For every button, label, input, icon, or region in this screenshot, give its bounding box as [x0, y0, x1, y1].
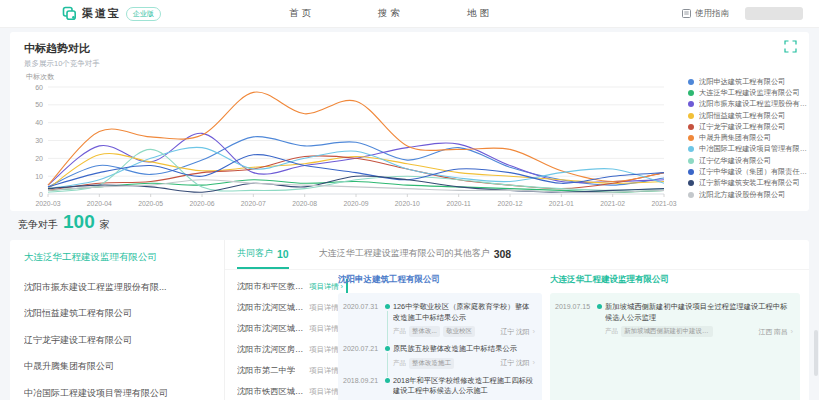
- shared-client-list: 沈阳市和平区教育局项目详情 ›沈阳市沈河区城市建设局项目详情 ›沈阳市沈河区城市…: [237, 276, 343, 400]
- svg-text:2021-03: 2021-03: [652, 200, 677, 207]
- svg-text:40: 40: [35, 119, 43, 126]
- svg-text:30: 30: [35, 137, 43, 144]
- legend-item[interactable]: 沈阳北方建设股份有限公司: [688, 189, 810, 200]
- legend-item[interactable]: 辽宁中华建设（集团）有限责任公...: [688, 166, 810, 177]
- more-icon[interactable]: ›: [791, 328, 794, 336]
- bid-date: 2020.07.21: [343, 344, 383, 369]
- legend-dot-icon: [688, 180, 694, 186]
- competitor-name: 中冶国际工程建设项目管理有限公司: [24, 387, 168, 400]
- svg-text:20: 20: [35, 155, 43, 162]
- trend-line-chart: 01020304050602020-032020-042020-052020-0…: [18, 82, 680, 210]
- legend-dot-icon: [688, 79, 694, 85]
- user-account-redacted[interactable]: [745, 7, 803, 20]
- product-tag: 新加坡城西侧新建初中建设项目全过...: [621, 326, 713, 337]
- panel-company-name[interactable]: 沈阳申达建筑工程有限公司: [338, 274, 542, 286]
- competitor-name: 中晟升腾集团有限公司: [24, 360, 114, 373]
- bid-location: 辽宁 沈阳: [500, 358, 529, 368]
- legend-label: 辽宁新华建筑安装工程有限公司: [699, 178, 800, 188]
- panel-company-name[interactable]: 大连泛华工程建设监理有限公司: [550, 274, 800, 286]
- timeline: [383, 376, 393, 400]
- guide-label: 使用指南: [695, 8, 729, 20]
- competitor-item-selected[interactable]: 大连泛华工程建设监理有限公司: [10, 240, 224, 274]
- company-bid-panel-left: 沈阳申达建筑工程有限公司 2020.07.31126中学敬业校区（原家庭教育学校…: [338, 274, 542, 400]
- client-row: 沈阳市沈河区城市管理局项目详情 ›: [237, 318, 343, 339]
- legend-dot-icon: [688, 192, 694, 198]
- legend-dot-icon: [688, 90, 694, 96]
- bid-content: 126中学敬业校区（原家庭教育学校）整体改造施工中标结果公示产品整体改...敬业…: [393, 302, 535, 337]
- nav-item-map[interactable]: 地图: [467, 7, 492, 20]
- competitor-name: 沈阳恒益建筑工程有限公司: [24, 307, 132, 320]
- legend-item[interactable]: 大连泛华工程建设监理有限公司: [688, 87, 810, 98]
- timeline-line: [387, 311, 388, 345]
- legend-item[interactable]: 中冶国际工程建设项目管理有限公...: [688, 144, 810, 155]
- client-name: 沈阳市沈河区城市建设局: [237, 302, 305, 313]
- bid-location: 辽宁 沈阳: [500, 327, 529, 337]
- legend-item[interactable]: 沈阳恒益建筑工程有限公司: [688, 110, 810, 121]
- bid-title-link[interactable]: 2018年和平区学校维修改造工程施工四标段建设工程中标候选人公示施工: [393, 376, 535, 397]
- competitors-label: 竞争对手: [18, 218, 58, 232]
- legend-label: 沈阳申达建筑工程有限公司: [699, 77, 785, 87]
- tab-shared-clients[interactable]: 共同客户10: [237, 240, 289, 269]
- competitors-card: 大连泛华工程建设监理有限公司 沈阳市振东建设工程监理股份有限...沈阳恒益建筑工…: [10, 240, 809, 400]
- tab-label: 大连泛华工程建设监理有限公司的其他客户: [319, 247, 490, 260]
- logo-text: 渠道宝: [82, 6, 121, 21]
- competitors-section-label: 竞争对手 100 家: [18, 212, 110, 232]
- trend-subtitle: 最多展示10个竞争对手: [24, 59, 100, 69]
- timeline-dot-icon: [385, 378, 390, 383]
- legend-dot-icon: [688, 135, 694, 141]
- competitor-item[interactable]: 沈阳恒益建筑工程有限公司: [10, 301, 224, 328]
- nav-item-home[interactable]: 首页: [289, 7, 314, 20]
- bid-tag-row: 产品整体改造施工辽宁 沈阳›: [393, 358, 535, 369]
- guide-link[interactable]: 使用指南: [682, 8, 729, 20]
- competitor-item[interactable]: 辽宁龙宇建设工程有限公司: [10, 327, 224, 354]
- legend-item[interactable]: 中晟升腾集团有限公司: [688, 132, 810, 143]
- tab-other-clients[interactable]: 大连泛华工程建设监理有限公司的其他客户308: [319, 240, 512, 269]
- legend-label: 辽宁龙宇建设工程有限公司: [699, 122, 785, 132]
- competitors-count: 100: [63, 212, 95, 231]
- competitor-list: 大连泛华工程建设监理有限公司 沈阳市振东建设工程监理股份有限...沈阳恒益建筑工…: [10, 240, 225, 400]
- legend-item[interactable]: 辽宁亿华建设有限公司: [688, 155, 810, 166]
- competitor-item[interactable]: 中晟升腾集团有限公司: [10, 354, 224, 381]
- timeline: [595, 302, 605, 337]
- timeline: [383, 302, 393, 337]
- bid-title-link[interactable]: 新加坡城西侧新建初中建设项目全过程监理建设工程中标候选人公示监理: [605, 302, 793, 323]
- edition-badge: 企业版: [126, 7, 161, 21]
- page-scrollbar[interactable]: [814, 330, 818, 376]
- timeline-dot-icon: [385, 304, 390, 309]
- bid-date: 2018.09.21: [343, 376, 383, 400]
- bid-content: 原民族五校整体改造施工中标结果公示产品整体改造施工辽宁 沈阳›: [393, 344, 535, 369]
- legend-item[interactable]: 沈阳市振东建设工程监理股份有限...: [688, 99, 810, 110]
- legend-dot-icon: [688, 146, 694, 152]
- fullscreen-icon[interactable]: [784, 40, 797, 53]
- competitor-item[interactable]: 中冶国际工程建设项目管理有限公司: [10, 380, 224, 400]
- client-tabs: 共同客户10大连泛华工程建设监理有限公司的其他客户308: [225, 240, 809, 270]
- product-tag: 整体改...: [409, 326, 440, 337]
- tag-label: 产品: [393, 327, 406, 336]
- legend-label: 沈阳北方建设股份有限公司: [699, 190, 785, 200]
- legend-item[interactable]: 辽宁龙宇建设工程有限公司: [688, 121, 810, 132]
- svg-text:2020-11: 2020-11: [446, 200, 471, 207]
- bid-date: 2020.07.31: [343, 302, 383, 337]
- client-row: 沈阳市铁西区城建开发有限责任公司项目详情 ›: [237, 381, 343, 400]
- more-icon[interactable]: ›: [533, 359, 536, 367]
- more-icon[interactable]: ›: [533, 328, 536, 336]
- bid-title-link[interactable]: 126中学敬业校区（原家庭教育学校）整体改造施工中标结果公示: [393, 302, 535, 323]
- client-row: 沈阳市和平区教育局项目详情 ›: [237, 276, 343, 297]
- legend-item[interactable]: 沈阳申达建筑工程有限公司: [688, 76, 810, 87]
- logo[interactable]: 渠道宝 企业版: [62, 6, 161, 21]
- nav-item-search[interactable]: 搜索: [378, 7, 403, 20]
- product-tag: 敬业校区: [443, 326, 475, 337]
- client-name: 沈阳市沈河区房产局: [237, 344, 305, 355]
- svg-text:2020-08: 2020-08: [292, 200, 317, 207]
- client-name: 沈阳市和平区教育局: [237, 281, 305, 292]
- bid-entry: 2019.07.15新加坡城西侧新建初中建设项目全过程监理建设工程中标候选人公示…: [555, 302, 793, 337]
- legend-dot-icon: [688, 169, 694, 175]
- bid-entry: 2020.07.21原民族五校整体改造施工中标结果公示产品整体改造施工辽宁 沈阳…: [343, 344, 535, 369]
- svg-text:2021-01: 2021-01: [549, 200, 574, 207]
- bid-title-link[interactable]: 原民族五校整体改造施工中标结果公示: [393, 344, 535, 355]
- tab-count: 308: [494, 248, 512, 260]
- tab-count: 10: [277, 248, 289, 260]
- competitor-item[interactable]: 沈阳市振东建设工程监理股份有限...: [10, 274, 224, 301]
- competitor-name: 沈阳市振东建设工程监理股份有限...: [24, 281, 167, 294]
- legend-item[interactable]: 辽宁新华建筑安装工程有限公司: [688, 178, 810, 189]
